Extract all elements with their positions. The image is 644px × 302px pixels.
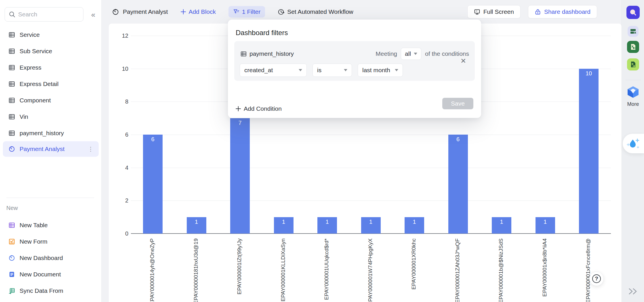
table-icon [9, 114, 15, 120]
gridline [131, 135, 611, 135]
sidebar-item-new-form[interactable]: New Form [0, 233, 102, 250]
table-plugin-icon[interactable] [628, 26, 639, 37]
save-button[interactable]: Save [442, 98, 473, 109]
bar[interactable]: 6 [143, 135, 163, 234]
operator-select[interactable]: is [313, 64, 352, 77]
bar-value-label: 1 [187, 219, 206, 225]
right-rail: More [622, 0, 644, 302]
sidebar-item-sub-service[interactable]: Sub Service [0, 43, 102, 59]
app-window: « Service Sub Service Express Express De… [0, 0, 644, 302]
search-box[interactable] [5, 7, 83, 22]
bar[interactable]: 6 [448, 135, 468, 234]
x-tick-label: EPAY000001x$n8b*iiA4 [542, 238, 549, 297]
sidebar-item-label: Payment Analyst [20, 146, 64, 152]
sidebar-item-new-table[interactable]: New Table [0, 217, 102, 233]
x-tick-label: EPAY00000181hxU3d@19 [193, 238, 200, 302]
new-table-icon [9, 222, 15, 228]
conditions-suffix: of the conditions [425, 50, 469, 57]
sidebar-item-sync-data[interactable]: Sync Data From [0, 282, 102, 299]
bar-value-label: 6 [143, 136, 163, 143]
sidebar-nav: Service Sub Service Express Express Deta… [0, 26, 102, 157]
share-dashboard-button[interactable]: Share dashboard [528, 5, 597, 18]
sidebar-divider [6, 198, 94, 198]
excel-import-icon[interactable] [627, 41, 639, 53]
sidebar-item-express[interactable]: Express [0, 59, 102, 76]
sidebar-item-new-dashboard[interactable]: New Dashboard [0, 250, 102, 266]
remove-condition-icon[interactable]: ✕ [460, 57, 466, 65]
gridline [131, 168, 611, 168]
bar[interactable]: 7 [230, 118, 250, 234]
sidebar-item-label: Service [20, 31, 40, 38]
chevron-down-icon [414, 53, 417, 55]
search-icon [9, 11, 15, 18]
question-mark-icon: ? [592, 274, 601, 283]
bar-value-label: 1 [317, 219, 337, 225]
bar[interactable]: 1 [405, 217, 424, 234]
excel-export-icon[interactable] [627, 58, 639, 70]
x-tick-label: EPAY000001b@$NizJSdS [498, 238, 505, 302]
presentation-icon [474, 9, 480, 15]
condition-card: payment_history Meeting all of the condi… [234, 41, 475, 81]
add-block-button[interactable]: Add Block [180, 8, 216, 15]
bar[interactable]: 1 [187, 217, 206, 234]
filter-button[interactable]: 1 Filter [228, 6, 265, 18]
conjunction-select[interactable]: all [401, 48, 421, 60]
sidebar-item-component[interactable]: Component [0, 92, 102, 108]
sync-data-icon [9, 288, 15, 294]
expand-panel-icon[interactable] [628, 288, 638, 296]
field-select[interactable]: created_at [240, 64, 307, 77]
value-select[interactable]: last month [358, 64, 403, 77]
more-apps-button[interactable]: More [622, 86, 644, 107]
bar[interactable]: 1 [361, 217, 381, 234]
bar[interactable]: 1 [492, 217, 511, 234]
bar[interactable]: 1 [536, 217, 555, 234]
sidebar-item-label: New Dashboard [20, 255, 63, 261]
table-icon [9, 97, 15, 104]
sidebar-item-label: New Form [20, 238, 47, 245]
y-tick-label: 0 [111, 230, 128, 237]
sidebar-item-payment-analyst[interactable]: Payment Analyst ⋮ [3, 141, 99, 157]
x-tick-label: EPAY000001UUqkcd$rd* [323, 238, 331, 300]
bar-value-label: 1 [361, 219, 381, 225]
search-input[interactable] [18, 11, 70, 18]
filter-table-ref: payment_history [241, 50, 294, 57]
sidebar-item-service[interactable]: Service [0, 26, 102, 43]
filter-funnel-icon [233, 9, 239, 15]
set-automated-workflow-button[interactable]: Set Automated Workflow [278, 8, 353, 15]
add-condition-button[interactable]: Add Condition [235, 105, 282, 112]
sidebar-item-label: Express Detail [20, 81, 58, 87]
new-section-label: New [6, 205, 18, 211]
y-tick-label: 10 [111, 65, 128, 72]
table-icon [9, 130, 15, 136]
sidebar-item-vin[interactable]: Vin [0, 108, 102, 125]
sidebar-item-express-detail[interactable]: Express Detail [0, 76, 102, 92]
filter-table-name: payment_history [249, 50, 294, 57]
dashboard-title: Payment Analyst [112, 8, 168, 15]
table-icon [241, 51, 247, 57]
table-icon [9, 64, 15, 71]
full-screen-button[interactable]: Full Screen [467, 5, 521, 18]
rail-divider [625, 80, 641, 80]
x-tick-label: EPAY000001XR0khc [411, 238, 418, 290]
bar-value-label: 10 [579, 70, 599, 77]
new-document-icon [9, 271, 15, 278]
sidebar-item-new-document[interactable]: New Document [0, 266, 102, 282]
x-tick-label: EPAY0000014yh@OneZyP [149, 238, 157, 302]
bar[interactable]: 1 [317, 217, 337, 234]
sidebar-item-label: Express [20, 64, 41, 71]
gridline [131, 200, 611, 201]
sidebar-item-label: New Table [20, 222, 48, 229]
bar[interactable]: 1 [274, 217, 294, 234]
ai-assistant-button[interactable] [623, 134, 644, 153]
table-icon [9, 48, 15, 54]
sidebar-item-label: New Document [20, 271, 61, 278]
search-app-icon[interactable] [626, 6, 640, 19]
x-tick-label: EPAY000001ZAh03J*wQF [454, 238, 462, 302]
modal-title: Dashboard filters [236, 29, 288, 37]
sidebar-item-payment-history[interactable]: payment_history [0, 125, 102, 141]
help-button[interactable]: ? [589, 272, 604, 286]
item-menu-icon[interactable]: ⋮ [88, 148, 94, 150]
sidebar-item-label: Component [20, 97, 51, 104]
sidebar-collapse-icon[interactable]: « [88, 10, 98, 19]
bar[interactable]: 10 [579, 69, 599, 234]
